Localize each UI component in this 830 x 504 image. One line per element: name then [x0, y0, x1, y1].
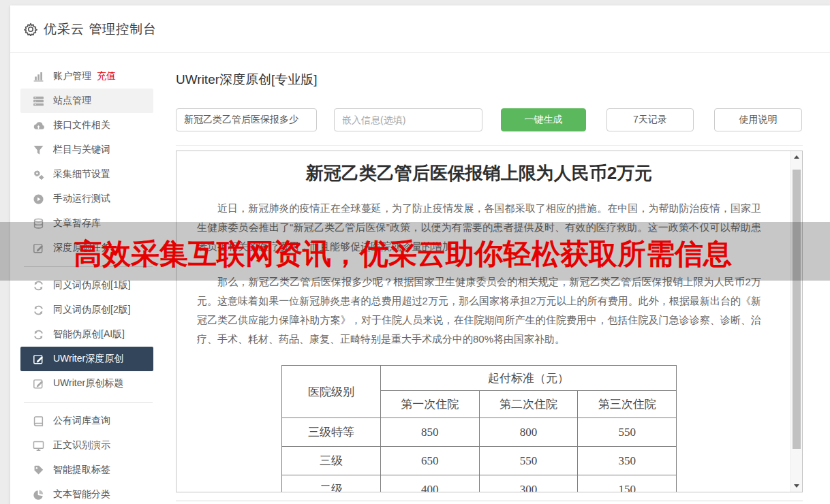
- refresh-icon: [33, 329, 44, 341]
- scroll-down-button[interactable]: [791, 480, 802, 492]
- value-cell: 850: [381, 418, 480, 447]
- recharge-badge[interactable]: 充值: [97, 70, 116, 82]
- bar-chart-icon: [33, 71, 44, 82]
- sidebar-item-collect-settings[interactable]: 采集细节设置: [20, 162, 153, 187]
- sidebar-item-columns-keywords[interactable]: 栏目与关键词: [20, 138, 153, 162]
- edit-icon: [33, 353, 44, 365]
- keyword-input[interactable]: [176, 108, 317, 131]
- play-icon: [33, 193, 44, 205]
- sidebar-divider: [24, 266, 153, 267]
- sidebar-item-uwriter-deep-original[interactable]: UWriter深度原创: [20, 347, 153, 371]
- sidebar-item-uwriter-title[interactable]: UWriter原创标题: [20, 371, 153, 396]
- gears-icon: [33, 169, 44, 180]
- sidebar-item-label: 同义词伪原创[2版]: [53, 304, 131, 316]
- sidebar-item-manual-test[interactable]: 手动运行测试: [20, 187, 153, 211]
- edit-icon: [33, 378, 44, 390]
- page-title: UWriter深度原创[专业版]: [176, 71, 318, 89]
- sidebar-item-label: 智能伪原创[AI版]: [53, 328, 125, 341]
- sidebar-item-tag-extraction[interactable]: 智能提取标签: [20, 458, 153, 482]
- sidebar-item-label: 正文识别演示: [53, 439, 110, 452]
- value-cell: 550: [479, 447, 578, 475]
- article-preview-panel: 新冠乙类乙管后医保报销上限为人民币2万元 近日，新冠肺炎的疫情正在全球蔓延，为了…: [176, 151, 803, 492]
- sidebar-item-interface-files[interactable]: 接口文件相关: [20, 113, 153, 138]
- edit-icon: [33, 242, 44, 254]
- sidebar-item-label: 文章暂存库: [53, 217, 101, 230]
- table-row: 二级 400 300 150: [282, 475, 677, 493]
- sidebar-item-label: 站点管理: [53, 95, 91, 107]
- sidebar-item-label: 文本智能分类: [53, 488, 110, 501]
- scrollbar-thumb[interactable]: [793, 170, 801, 449]
- console-card: 优采云 管理控制台 账户管理 充值 站点管理: [10, 5, 830, 504]
- sidebar-item-label: 公有词库查询: [53, 415, 110, 427]
- sidebar-item-label: 智能提取标签: [53, 464, 110, 476]
- sidebar-item-synonym-rewrite-1[interactable]: 同义词伪原创[1版]: [20, 273, 153, 298]
- sidebar-item-article-store[interactable]: 文章暂存库: [20, 211, 153, 236]
- table-sub-header: 第二次住院: [479, 391, 578, 418]
- sidebar: 账户管理 充值 站点管理 接口文件相关: [10, 54, 165, 504]
- tag-icon: [33, 464, 44, 476]
- sidebar-item-label: 账户管理: [53, 70, 91, 82]
- embed-info-input[interactable]: [334, 108, 482, 131]
- refresh-icon: [33, 304, 44, 316]
- sidebar-item-label: UWriter原创标题: [53, 377, 123, 390]
- triangle-up-icon: [794, 155, 799, 159]
- page: 优采云 管理控制台 账户管理 充值 站点管理: [0, 0, 830, 504]
- controls-row: 一键生成 7天记录 使用说明: [176, 108, 803, 131]
- value-cell: 550: [578, 418, 677, 447]
- sidebar-item-account[interactable]: 账户管理 充值: [20, 64, 153, 89]
- value-cell: 650: [381, 447, 480, 475]
- gear-icon: [24, 22, 37, 36]
- sidebar-item-synonym-rewrite-2[interactable]: 同义词伪原创[2版]: [20, 298, 153, 322]
- cloud-upload-icon: [33, 120, 44, 131]
- records-button[interactable]: 7天记录: [606, 108, 694, 131]
- table-row: 三级特等 850 800 550: [282, 418, 677, 447]
- value-cell: 350: [578, 447, 677, 475]
- sidebar-divider: [24, 402, 153, 403]
- sidebar-item-label: 同义词伪原创[1版]: [53, 279, 131, 292]
- app-header: 优采云 管理控制台: [10, 5, 830, 53]
- pie-icon: [33, 489, 44, 501]
- hospital-level-cell: 三级特等: [282, 418, 381, 447]
- table-corner-header: 医院级别: [282, 366, 381, 418]
- sidebar-item-label: UWriter深度原创: [53, 353, 123, 365]
- server-icon: [33, 95, 44, 107]
- filter-icon: [33, 144, 44, 156]
- value-cell: 800: [479, 418, 578, 447]
- table-row: 三级 650 550 350: [282, 447, 677, 475]
- database-icon: [33, 218, 44, 230]
- controls-divider: [176, 145, 803, 146]
- table-group-header: 起付标准（元）: [381, 366, 677, 391]
- sidebar-item-label: 深度原创任务: [53, 242, 110, 254]
- scroll-up-button[interactable]: [791, 151, 802, 163]
- sidebar-item-text-classification[interactable]: 文本智能分类: [20, 482, 153, 504]
- sidebar-item-label: 接口文件相关: [53, 119, 110, 131]
- book-icon: [33, 415, 44, 427]
- hospital-level-cell: 二级: [282, 475, 381, 493]
- refresh-icon: [33, 280, 44, 292]
- sidebar-item-label: 采集细节设置: [53, 168, 110, 180]
- table-sub-header: 第一次住院: [381, 391, 480, 418]
- article-title: 新冠乙类乙管后医保报销上限为人民币2万元: [197, 161, 761, 185]
- triangle-down-icon: [794, 484, 799, 488]
- help-button[interactable]: 使用说明: [714, 108, 802, 131]
- bottom-divider: [176, 501, 803, 501]
- app-title: 优采云 管理控制台: [44, 20, 157, 38]
- value-cell: 150: [578, 475, 677, 493]
- monitor-icon: [33, 440, 44, 452]
- value-cell: 300: [479, 475, 578, 493]
- panel-scrollbar[interactable]: [790, 151, 802, 492]
- table-sub-header: 第三次住院: [578, 391, 677, 418]
- article-paragraph: 近日，新冠肺炎的疫情正在全球蔓延，为了防止疫情发展，各国都采取了相应的措施。在中…: [197, 199, 761, 256]
- sidebar-item-ai-rewrite[interactable]: 智能伪原创[AI版]: [20, 322, 153, 347]
- sidebar-item-sites[interactable]: 站点管理: [20, 89, 153, 113]
- article-paragraph: 那么，新冠乙类乙管后医保报多少呢？根据国家卫生健康委员会的相关规定，新冠乙类乙管…: [197, 272, 761, 349]
- value-cell: 400: [381, 475, 480, 493]
- generate-button[interactable]: 一键生成: [501, 108, 586, 131]
- sidebar-item-label: 手动运行测试: [53, 193, 110, 205]
- sidebar-item-label: 栏目与关键词: [53, 144, 110, 156]
- sidebar-item-deep-original-tasks[interactable]: 深度原创任务: [20, 236, 153, 260]
- sidebar-item-public-lexicon[interactable]: 公有词库查询: [20, 409, 153, 433]
- sidebar-item-content-recognition[interactable]: 正文识别演示: [20, 433, 153, 458]
- reimbursement-table: 医院级别 起付标准（元） 第一次住院 第二次住院 第三次住院 三级特等 850 …: [281, 365, 677, 492]
- hospital-level-cell: 三级: [282, 447, 381, 475]
